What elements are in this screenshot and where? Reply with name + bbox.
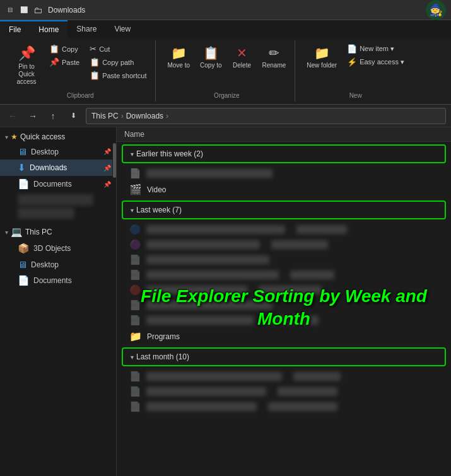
sidebar-item-documents-pc-label: Documents [33,276,72,285]
blurred-name-5 [146,270,279,279]
group-chevron-2: ▾ [131,207,134,214]
sidebar-item-downloads-label: Downloads [30,163,67,172]
copy-path-button[interactable]: 📋 Copy path [86,56,150,68]
ribbon-organize-group: 📁 Move to 📋 Copy to ✕ Delete ✏ Rename Or… [158,40,295,102]
clipboard-main-buttons: 📌 Pin to Quick access 📋 Copy 📌 Paste ✂ C… [10,43,150,88]
sidebar-item-desktop[interactable]: 🖥 Desktop 📌 [0,144,116,160]
paste-button[interactable]: 📌 Paste [45,56,83,68]
group-last-week[interactable]: ▾ Last week (7) [122,200,446,219]
copy-button[interactable]: 📋 Copy [45,43,83,55]
blurred-file-4: 📄 [117,252,451,267]
sidebar-quick-access-header[interactable]: ▾ ★ Quick access [0,130,116,144]
copy-paste-col: 📋 Copy 📌 Paste [45,43,83,68]
folder-icon: 📁 [314,45,330,61]
quick-access-star-icon: ★ [11,132,18,141]
blurred-icon-11: 📄 [129,401,141,412]
desktop-pc-icon: 🖥 [18,259,27,270]
blurred-file-8: 📄 [117,313,451,328]
file-item-video[interactable]: 🎬 Video [117,181,451,198]
blurred-icon-8: 📄 [129,315,141,326]
window-title: Downloads [48,6,85,15]
path-separator-1: › [121,112,124,120]
clipboard-label: Clipboard [67,90,94,99]
copy-to-icon: 📋 [203,45,219,61]
blurred-file-10: 📄 [117,384,451,399]
paste-shortcut-icon: 📋 [90,71,100,80]
tab-share[interactable]: Share [67,20,105,38]
sidebar-blurred-item-2 [18,207,74,219]
path-downloads[interactable]: Downloads [126,112,163,120]
tab-file[interactable]: File [0,20,30,38]
new-item-icon: 📄 [347,44,357,54]
blurred-name-9 [146,372,282,381]
new-folder-button[interactable]: 📁 New folder [303,43,341,72]
back-button[interactable]: ← [5,108,20,124]
sidebar-item-downloads[interactable]: ⬇ Downloads 📌 [0,160,116,176]
group-label-last-month: Last month (10) [136,352,189,361]
sidebar-item-documents-pc[interactable]: 📄 Documents [0,272,116,289]
scissors-icon: ✂ [90,44,97,54]
easy-access-button[interactable]: ⚡ Easy access ▾ [343,56,408,68]
delete-button[interactable]: ✕ Delete [228,43,256,72]
address-path[interactable]: This PC › Downloads › [86,108,446,124]
move-to-button[interactable]: 📁 Move to [163,43,194,72]
blurred-name-11 [146,402,257,411]
desktop-icon: 🖥 [18,146,27,157]
new-item-button[interactable]: 📄 New item ▾ [343,43,408,55]
blurred-name-2b [296,225,347,234]
blurred-name-2 [146,225,285,234]
pin-to-quick-access-button[interactable]: 📌 Pin to Quick access [10,43,43,88]
blurred-icon-4: 📄 [129,254,141,265]
tab-view[interactable]: View [105,20,139,38]
title-bar-icons: ⊟ ⬜ 🗀 [5,5,43,15]
maximize-icon[interactable]: ⬜ [19,5,29,15]
blurred-file-2: 🔵 [117,222,451,237]
group-label-earlier: Earlier this week (2) [136,149,203,158]
rename-button[interactable]: ✏ Rename [259,43,290,72]
up-button[interactable]: ↑ [45,108,61,124]
paste-icon: 📌 [49,57,59,67]
blurred-icon-1: 📄 [129,168,141,179]
blurred-name-3b [271,240,328,249]
blurred-name-10b [278,387,337,396]
main-area: ▾ ★ Quick access 🖥 Desktop 📌 ⬇ Downloads… [0,127,451,476]
blurred-file-9: 📄 [117,369,451,384]
file-name-programs: Programs [147,332,180,341]
paste-shortcut-button[interactable]: 📋 Paste shortcut [86,69,150,81]
group-last-month[interactable]: ▾ Last month (10) [122,347,446,366]
group-label-last-week: Last week (7) [136,206,182,214]
address-bar: ← → ↑ ⬇ This PC › Downloads › [0,105,451,127]
system-icon: 🗀 [33,5,43,15]
group-earlier-this-week[interactable]: ▾ Earlier this week (2) [122,144,446,163]
sidebar: ▾ ★ Quick access 🖥 Desktop 📌 ⬇ Downloads… [0,127,117,476]
title-bar: ⊟ ⬜ 🗀 Downloads 🧙 [0,0,451,20]
blurred-file-1: 📄 [117,166,451,181]
sidebar-item-3d-objects[interactable]: 📦 3D Objects [0,240,116,257]
blurred-icon-5: 📄 [129,269,141,281]
forward-button[interactable]: → [25,108,40,124]
sidebar-item-desktop-pc[interactable]: 🖥 Desktop [0,257,116,272]
path-this-pc[interactable]: This PC [91,112,119,120]
organize-label: Organize [214,90,240,99]
file-item-programs[interactable]: 📁 Programs [117,328,451,345]
new-extra-buttons: 📄 New item ▾ ⚡ Easy access ▾ [343,43,408,68]
sidebar-this-pc-header[interactable]: ▾ 💻 This PC [0,224,116,240]
blurred-name-1 [146,169,272,178]
downloads-icon: ⬇ [18,162,26,173]
this-pc-icon: 💻 [11,226,23,238]
blurred-name-9b [293,372,341,381]
recent-locations-button[interactable]: ⬇ [66,108,81,124]
sidebar-item-documents-label: Documents [33,180,72,189]
ribbon: 📌 Pin to Quick access 📋 Copy 📌 Paste ✂ C… [0,38,451,105]
copy-to-button[interactable]: 📋 Copy to [196,43,225,72]
sidebar-item-documents[interactable]: 📄 Documents 📌 [0,176,116,192]
organize-buttons: 📁 Move to 📋 Copy to ✕ Delete ✏ Rename [163,43,290,72]
blurred-name-5b [290,270,334,279]
tab-home[interactable]: Home [30,20,67,38]
minimize-icon[interactable]: ⊟ [5,5,15,15]
cut-button[interactable]: ✂ Cut [86,43,150,55]
programs-folder-icon: 📁 [129,330,142,342]
blurred-icon-6: 🔴 [129,284,141,296]
column-header-name[interactable]: Name [117,127,451,142]
blurred-icon-2: 🔵 [129,224,141,235]
